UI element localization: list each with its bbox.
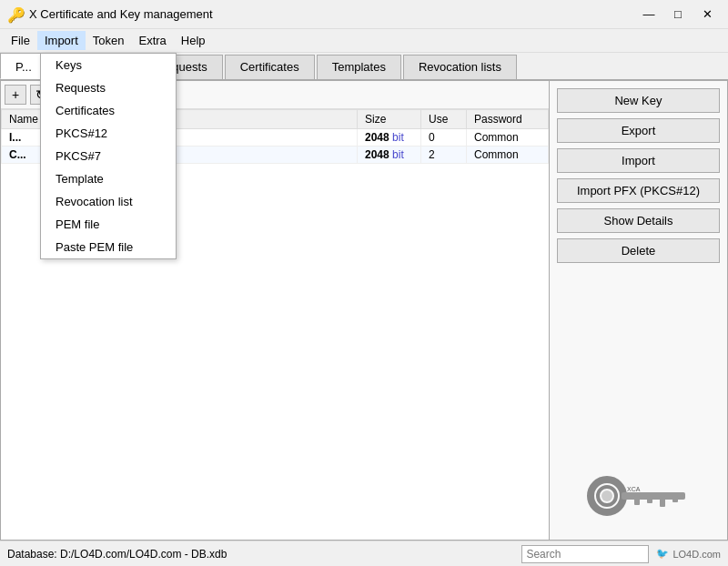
watermark-icon: 🐦 [656, 548, 669, 560]
database-path: Database: D:/LO4D.com/LO4D.com - DB.xdb [7, 548, 514, 561]
tab-revocation-lists[interactable]: Revocation lists [403, 55, 517, 79]
dropdown-revocation-list[interactable]: Revocation list [41, 190, 176, 213]
watermark-text: 🐦 LO4D.com [656, 548, 721, 560]
svg-rect-5 [660, 496, 665, 507]
cell-size-1: 2048 bit [358, 147, 421, 164]
col-header-password: Password [467, 110, 549, 129]
delete-button[interactable]: Delete [557, 238, 720, 263]
key-image: XCA [557, 460, 720, 532]
menu-bar: File Import Token Extra Help Keys Reques… [0, 29, 728, 53]
dropdown-paste-pem[interactable]: Paste PEM file [41, 236, 176, 258]
window-controls: — □ ✕ [635, 5, 721, 25]
tab-templates[interactable]: Templates [317, 55, 401, 79]
cell-size-0: 2048 bit [358, 129, 421, 147]
dropdown-requests[interactable]: Requests [41, 76, 176, 99]
svg-text:XCA: XCA [627, 486, 641, 492]
cell-password-1: Common [467, 147, 549, 164]
dropdown-template[interactable]: Template [41, 167, 176, 190]
import-button[interactable]: Import [557, 148, 720, 173]
title-bar: 🔑 X Certificate and Key management — □ ✕ [0, 0, 728, 29]
maximize-button[interactable]: □ [664, 5, 692, 25]
cell-use-1: 2 [421, 147, 467, 164]
cell-use-0: 0 [421, 129, 467, 147]
app-title: X Certificate and Key management [29, 7, 635, 21]
dropdown-keys[interactable]: Keys [41, 54, 176, 76]
export-button[interactable]: Export [557, 118, 720, 143]
svg-rect-4 [647, 496, 652, 503]
right-panel: New Key Export Import Import PFX (PKCS#1… [550, 81, 727, 540]
tab-spacer [519, 53, 728, 79]
svg-rect-3 [634, 496, 640, 505]
minimize-button[interactable]: — [635, 5, 662, 25]
import-pfx-button[interactable]: Import PFX (PKCS#12) [557, 178, 720, 203]
toolbar-add-btn[interactable]: + [5, 85, 26, 105]
menu-token[interactable]: Token [86, 31, 132, 50]
dropdown-certificates[interactable]: Certificates [41, 99, 176, 122]
status-bar: Database: D:/LO4D.com/LO4D.com - DB.xdb … [0, 541, 728, 566]
key-icon: XCA [580, 469, 698, 523]
menu-extra[interactable]: Extra [132, 31, 174, 50]
close-button[interactable]: ✕ [693, 5, 721, 25]
col-header-use: Use [421, 110, 467, 129]
menu-file[interactable]: File [4, 31, 37, 50]
svg-point-7 [602, 490, 612, 501]
svg-rect-6 [672, 496, 678, 502]
import-dropdown: Keys Requests Certificates PKCS#12 PKCS#… [40, 53, 177, 259]
menu-help[interactable]: Help [174, 31, 213, 50]
tab-certificates[interactable]: Certificates [225, 55, 315, 79]
new-key-button[interactable]: New Key [557, 88, 720, 113]
col-header-size: Size [358, 110, 421, 129]
search-input[interactable] [521, 545, 649, 563]
show-details-button[interactable]: Show Details [557, 208, 720, 233]
dropdown-pkcs7[interactable]: PKCS#7 [41, 145, 176, 167]
cell-password-0: Common [467, 129, 549, 147]
app-icon: 🔑 [7, 6, 24, 23]
dropdown-pem-file[interactable]: PEM file [41, 213, 176, 236]
menu-import[interactable]: Import [37, 31, 86, 50]
dropdown-pkcs12[interactable]: PKCS#12 [41, 122, 176, 145]
